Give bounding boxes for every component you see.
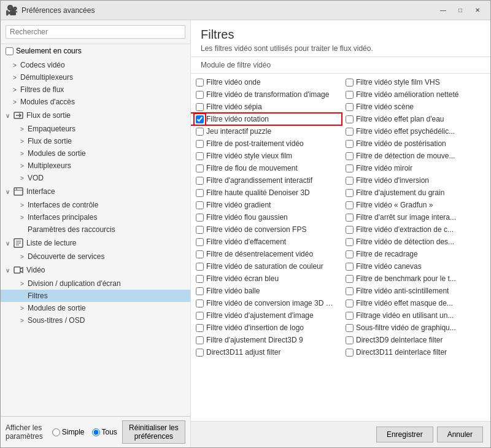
filter-row: Filtre de flou de mouvementFiltre vidéo …	[191, 162, 490, 174]
sidebar-item-video[interactable]: ∨ Vidéo	[1, 263, 190, 277]
filter-checkbox-right-4[interactable]	[346, 128, 354, 136]
filter-checkbox-right-14[interactable]	[346, 250, 354, 258]
radio-simple[interactable]	[52, 428, 60, 436]
filter-col-left: Filtre vidéo de transformation d'image	[191, 90, 341, 99]
minimize-button[interactable]: —	[435, 4, 451, 17]
sidebar-item-modules-acces[interactable]: > Modules d'accès	[1, 96, 190, 108]
filter-checkbox-left-18[interactable]	[196, 299, 204, 307]
filter-col-left: Filtre vidéo gradient	[191, 200, 341, 210]
sidebar-item-flux-de-sortie[interactable]: > Flux de sortie	[1, 135, 190, 147]
filter-checkbox-left-6[interactable]	[196, 152, 204, 160]
filter-checkbox-left-14[interactable]	[196, 250, 204, 258]
filter-checkbox-left-20[interactable]	[196, 324, 204, 332]
filter-label-right: Filtre de détection de mouve...	[356, 152, 455, 160]
filter-checkbox-right-18[interactable]	[346, 299, 354, 307]
filter-checkbox-right-13[interactable]	[346, 238, 354, 246]
filter-col-right: Filtre vidéo miroir	[341, 163, 490, 173]
sidebar-item-modules-sortie-video[interactable]: > Modules de sortie	[1, 302, 190, 314]
filter-checkbox-left-1[interactable]	[196, 91, 204, 99]
sidebar-item-label: Filtres	[28, 292, 48, 300]
filter-checkbox-right-11[interactable]	[346, 214, 354, 222]
cancel-button[interactable]: Annuler	[437, 427, 483, 442]
filter-checkbox-right-2[interactable]	[346, 103, 354, 111]
sidebar-item-decouverte-services[interactable]: > Découverte de services	[1, 250, 190, 263]
filter-checkbox-left-12[interactable]	[196, 226, 204, 234]
sidebar-item-empaqueteurs[interactable]: > Empaqueteurs	[1, 123, 190, 135]
filter-checkbox-right-19[interactable]	[346, 312, 354, 320]
sidebar-item-filtres-flux[interactable]: > Filtres de flux	[1, 83, 190, 96]
only-current-label: Seulement en cours	[16, 47, 82, 55]
radio-simple-label[interactable]: Simple	[52, 428, 85, 436]
filter-checkbox-right-1[interactable]	[346, 91, 354, 99]
filter-checkbox-right-10[interactable]	[346, 201, 354, 209]
filter-checkbox-right-3[interactable]	[346, 115, 354, 123]
reset-preferences-button[interactable]: Réinitialiser les préférences	[122, 420, 185, 444]
filter-checkbox-left-21[interactable]	[196, 336, 204, 344]
filter-checkbox-left-3[interactable]	[196, 115, 204, 123]
preferences-window: 🎥 Préférences avancées — □ ✕ Seulement e…	[0, 0, 491, 448]
filter-checkbox-left-8[interactable]	[196, 177, 204, 185]
filter-checkbox-left-11[interactable]	[196, 214, 204, 222]
filter-checkbox-right-7[interactable]	[346, 164, 354, 172]
filter-checkbox-right-8[interactable]	[346, 177, 354, 185]
video-icon	[13, 265, 24, 276]
sidebar-item-modules-de-sortie[interactable]: > Modules de sortie	[1, 147, 190, 160]
filter-checkbox-left-13[interactable]	[196, 238, 204, 246]
sidebar-item-multiplexeurs[interactable]: > Multiplexeurs	[1, 160, 190, 172]
filter-checkbox-left-5[interactable]	[196, 140, 204, 148]
filter-checkbox-right-20[interactable]	[346, 324, 354, 332]
filter-checkbox-right-17[interactable]	[346, 287, 354, 295]
filter-label-left: Filtre d'ajustement Direct3D 9	[206, 336, 303, 344]
filter-checkbox-left-22[interactable]	[196, 349, 204, 357]
sidebar-item-division-duplication[interactable]: > Division / duplication d'écran	[1, 277, 190, 290]
filter-checkbox-right-16[interactable]	[346, 275, 354, 283]
sidebar-item-flux-sortie[interactable]: ∨ Flux de sortie	[1, 108, 190, 123]
sidebar-item-codecs-video[interactable]: > Codecs vidéo	[1, 59, 190, 71]
radio-tous-label[interactable]: Tous	[92, 428, 117, 436]
sidebar-item-interfaces-controle[interactable]: > Interfaces de contrôle	[1, 199, 190, 211]
search-input[interactable]	[6, 25, 185, 39]
filter-checkbox-left-7[interactable]	[196, 164, 204, 172]
sidebar-item-params-raccourcis[interactable]: > Paramètres des raccourcis	[1, 223, 190, 236]
filter-checkbox-right-15[interactable]	[346, 263, 354, 271]
filter-checkbox-right-9[interactable]	[346, 189, 354, 197]
filter-checkbox-right-21[interactable]	[346, 336, 354, 344]
filter-checkbox-right-22[interactable]	[346, 349, 354, 357]
filter-checkbox-right-0[interactable]	[346, 79, 354, 87]
filters-content: Filtre vidéo ondeFiltre vidéo style film…	[191, 74, 490, 421]
sidebar-item-vod[interactable]: > VOD	[1, 172, 190, 184]
filter-checkbox-right-12[interactable]	[346, 226, 354, 234]
search-box	[1, 20, 190, 44]
filter-checkbox-left-9[interactable]	[196, 189, 204, 197]
filter-label-right: Filtre vidéo amélioration netteté	[356, 90, 458, 99]
filter-checkbox-right-6[interactable]	[346, 152, 354, 160]
sidebar-item-sous-titres-osd[interactable]: > Sous-titres / OSD	[1, 314, 190, 326]
filter-checkbox-left-15[interactable]	[196, 263, 204, 271]
radio-tous[interactable]	[92, 428, 100, 436]
sidebar-item-demultiplexeurs[interactable]: > Démultiplexeurs	[1, 71, 190, 83]
maximize-button[interactable]: □	[452, 4, 468, 17]
filter-checkbox-left-2[interactable]	[196, 103, 204, 111]
filter-checkbox-left-10[interactable]	[196, 201, 204, 209]
sidebar-item-interface[interactable]: ∨ Interface	[1, 184, 190, 199]
close-button[interactable]: ✕	[470, 4, 485, 17]
save-button[interactable]: Enregistrer	[376, 427, 433, 442]
filter-checkbox-left-16[interactable]	[196, 275, 204, 283]
sidebar-item-label: Empaqueteurs	[28, 125, 75, 133]
tree-arrow: >	[20, 280, 28, 287]
sidebar-item-filtres[interactable]: > Filtres	[1, 290, 190, 302]
tree-arrow: >	[20, 150, 28, 157]
filter-col-left: Filtre de flou de mouvement	[191, 163, 341, 173]
filter-checkbox-left-17[interactable]	[196, 287, 204, 295]
filter-col-right: Filtre de recadrage	[341, 249, 490, 259]
filter-checkbox-right-5[interactable]	[346, 140, 354, 148]
filter-row: Filtre vidéo de saturation de couleurFil…	[191, 260, 490, 272]
filter-checkbox-left-0[interactable]	[196, 79, 204, 87]
sidebar-item-liste-lecture[interactable]: ∨ Liste de lecture	[1, 236, 190, 250]
filter-label-left: Filtre vidéo de conversion FPS	[206, 225, 306, 234]
only-current-checkbox[interactable]	[6, 47, 14, 55]
sidebar-item-interfaces-principales[interactable]: > Interfaces principales	[1, 211, 190, 223]
filter-checkbox-left-19[interactable]	[196, 312, 204, 320]
filter-checkbox-left-4[interactable]	[196, 128, 204, 136]
afficher-params-label: Afficher les paramètres	[6, 423, 47, 441]
